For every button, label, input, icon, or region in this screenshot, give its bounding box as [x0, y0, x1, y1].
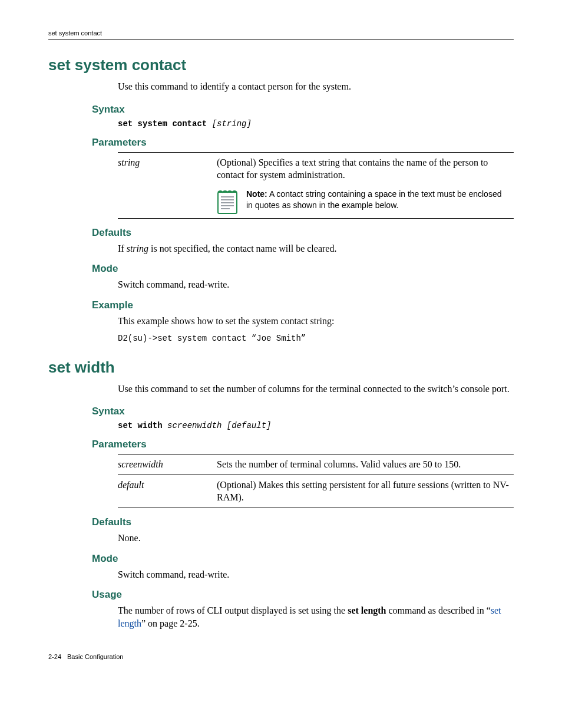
param-name: screenwidth	[118, 454, 217, 475]
command-title: set system contact	[48, 56, 514, 74]
usage-heading: Usage	[92, 589, 514, 601]
syntax-code: set system contact [string]	[118, 119, 514, 129]
syntax-heading: Syntax	[92, 406, 514, 417]
syntax-code: set width screenwidth [default]	[118, 421, 514, 430]
running-header: set system contact	[48, 29, 514, 39]
usage-text: The number of rows of CLI output display…	[118, 604, 514, 630]
example-heading: Example	[92, 299, 514, 311]
example-text: This example shows how to set the system…	[118, 315, 514, 328]
parameters-table: string (Optional) Specifies a text strin…	[118, 152, 514, 219]
mode-heading: Mode	[92, 553, 514, 565]
parameters-heading: Parameters	[92, 137, 514, 149]
param-name: string	[118, 152, 217, 185]
table-row: string (Optional) Specifies a text strin…	[118, 152, 514, 185]
command-intro: Use this command to set the number of co…	[118, 383, 514, 396]
defaults-heading: Defaults	[92, 516, 514, 528]
command-title: set width	[48, 358, 514, 377]
example-code: D2(su)->set system contact “Joe Smith”	[118, 334, 514, 343]
page-footer: 2-24Basic Configuration	[48, 653, 514, 660]
mode-text: Switch command, read-write.	[118, 278, 514, 291]
mode-heading: Mode	[92, 263, 514, 275]
parameters-heading: Parameters	[92, 439, 514, 450]
note-row: Note: A contact string containing a spac…	[118, 185, 514, 219]
defaults-text: None.	[118, 532, 514, 545]
table-row: default (Optional) Makes this setting pe…	[118, 475, 514, 508]
page-number: 2-24	[48, 653, 61, 660]
table-row: screenwidth Sets the number of terminal …	[118, 454, 514, 475]
defaults-heading: Defaults	[92, 227, 514, 239]
note-icon	[217, 189, 238, 215]
command-intro: Use this command to identify a contact p…	[118, 80, 514, 93]
param-desc: (Optional) Specifies a text string that …	[217, 152, 514, 185]
param-desc: Sets the number of terminal columns. Val…	[217, 454, 514, 475]
param-name: default	[118, 475, 217, 508]
defaults-text: If string is not specified, the contact …	[118, 242, 514, 255]
mode-text: Switch command, read-write.	[118, 568, 514, 581]
parameters-table: screenwidth Sets the number of terminal …	[118, 454, 514, 508]
chapter-name: Basic Configuration	[67, 653, 123, 660]
param-desc: (Optional) Makes this setting persistent…	[217, 475, 514, 508]
syntax-heading: Syntax	[92, 104, 514, 116]
note-text: Note: A contact string containing a spac…	[246, 189, 509, 212]
